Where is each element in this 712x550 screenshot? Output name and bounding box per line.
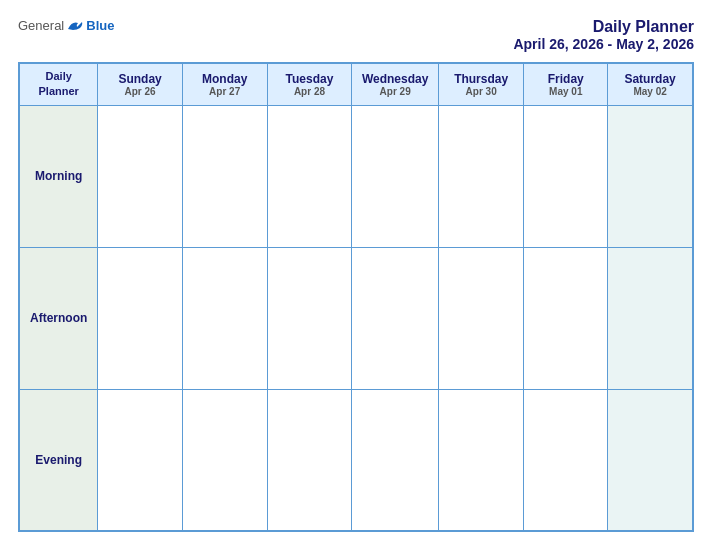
afternoon-wednesday[interactable] bbox=[352, 247, 439, 389]
header-friday: Friday May 01 bbox=[524, 63, 608, 105]
page-title: Daily Planner bbox=[513, 18, 694, 36]
header-daily-label: DailyPlanner bbox=[38, 70, 78, 97]
header-monday: Monday Apr 27 bbox=[182, 63, 267, 105]
afternoon-saturday[interactable] bbox=[608, 247, 693, 389]
evening-saturday[interactable] bbox=[608, 389, 693, 531]
header-daily-planner: DailyPlanner bbox=[19, 63, 98, 105]
morning-sunday[interactable] bbox=[98, 105, 183, 247]
day-name-tuesday: Tuesday bbox=[270, 72, 350, 86]
afternoon-sunday[interactable] bbox=[98, 247, 183, 389]
logo-bird-icon bbox=[66, 19, 84, 33]
evening-sunday[interactable] bbox=[98, 389, 183, 531]
morning-saturday[interactable] bbox=[608, 105, 693, 247]
afternoon-monday[interactable] bbox=[182, 247, 267, 389]
morning-monday[interactable] bbox=[182, 105, 267, 247]
logo-blue-text: Blue bbox=[86, 18, 114, 33]
evening-monday[interactable] bbox=[182, 389, 267, 531]
day-date-thursday: Apr 30 bbox=[441, 86, 521, 97]
day-date-wednesday: Apr 29 bbox=[354, 86, 436, 97]
day-name-sunday: Sunday bbox=[100, 72, 180, 86]
page-header: General Blue Daily Planner April 26, 202… bbox=[18, 18, 694, 52]
afternoon-tuesday[interactable] bbox=[267, 247, 352, 389]
logo: General Blue bbox=[18, 18, 114, 33]
evening-friday[interactable] bbox=[524, 389, 608, 531]
day-date-monday: Apr 27 bbox=[185, 86, 265, 97]
day-date-friday: May 01 bbox=[526, 86, 605, 97]
morning-tuesday[interactable] bbox=[267, 105, 352, 247]
morning-label: Morning bbox=[19, 105, 98, 247]
day-name-monday: Monday bbox=[185, 72, 265, 86]
afternoon-thursday[interactable] bbox=[438, 247, 523, 389]
evening-wednesday[interactable] bbox=[352, 389, 439, 531]
logo-general-text: General bbox=[18, 18, 64, 33]
header-sunday: Sunday Apr 26 bbox=[98, 63, 183, 105]
header-tuesday: Tuesday Apr 28 bbox=[267, 63, 352, 105]
title-area: Daily Planner April 26, 2026 - May 2, 20… bbox=[513, 18, 694, 52]
evening-label: Evening bbox=[19, 389, 98, 531]
calendar-table: DailyPlanner Sunday Apr 26 Monday Apr 27… bbox=[18, 62, 694, 532]
date-range: April 26, 2026 - May 2, 2026 bbox=[513, 36, 694, 52]
morning-thursday[interactable] bbox=[438, 105, 523, 247]
morning-wednesday[interactable] bbox=[352, 105, 439, 247]
column-headers: DailyPlanner Sunday Apr 26 Monday Apr 27… bbox=[19, 63, 693, 105]
evening-tuesday[interactable] bbox=[267, 389, 352, 531]
day-name-friday: Friday bbox=[526, 72, 605, 86]
morning-row: Morning bbox=[19, 105, 693, 247]
day-name-thursday: Thursday bbox=[441, 72, 521, 86]
afternoon-label: Afternoon bbox=[19, 247, 98, 389]
header-thursday: Thursday Apr 30 bbox=[438, 63, 523, 105]
day-date-sunday: Apr 26 bbox=[100, 86, 180, 97]
evening-row: Evening bbox=[19, 389, 693, 531]
evening-thursday[interactable] bbox=[438, 389, 523, 531]
logo-area: General Blue bbox=[18, 18, 114, 33]
header-saturday: Saturday May 02 bbox=[608, 63, 693, 105]
day-date-saturday: May 02 bbox=[610, 86, 690, 97]
header-wednesday: Wednesday Apr 29 bbox=[352, 63, 439, 105]
day-name-wednesday: Wednesday bbox=[354, 72, 436, 86]
afternoon-friday[interactable] bbox=[524, 247, 608, 389]
morning-friday[interactable] bbox=[524, 105, 608, 247]
day-date-tuesday: Apr 28 bbox=[270, 86, 350, 97]
afternoon-row: Afternoon bbox=[19, 247, 693, 389]
day-name-saturday: Saturday bbox=[610, 72, 690, 86]
